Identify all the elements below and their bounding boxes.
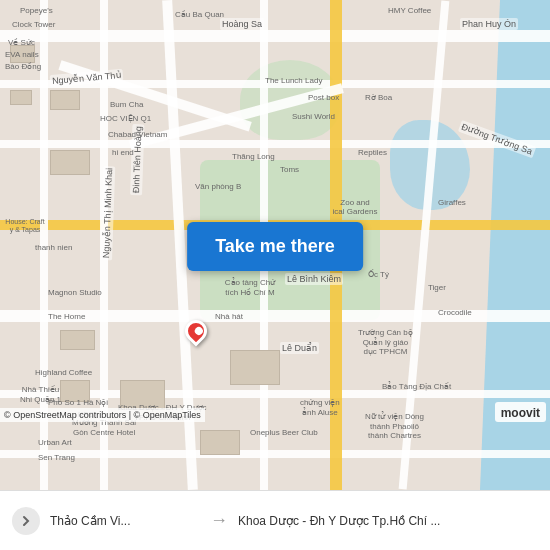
place-label-lunch-lady: The Lunch Lady (265, 76, 322, 85)
place-label-popeyes: Popeye's (20, 6, 53, 15)
place-label-hi-end: hi end (112, 148, 134, 157)
street-label-le-duan: Lê Duẩn (280, 342, 319, 354)
place-label-van-phong: Văn phòng B (195, 182, 241, 191)
place-label-hoc-vien: HOC VIỆN Q1 (100, 114, 151, 123)
moovit-logo: moovit (495, 402, 546, 422)
place-label-ro-boa: Rờ Boa (365, 93, 392, 102)
road-horizontal-7 (0, 450, 550, 458)
chevron-right-icon (19, 514, 33, 528)
take-me-there-button[interactable]: Take me there (187, 222, 363, 271)
place-label-sen-trang: Sen Trang (38, 453, 75, 462)
building-block (50, 90, 80, 110)
place-label-tiger: Tiger (428, 283, 446, 292)
place-label-ve-suc: Về Sức (8, 38, 35, 47)
place-label-zoo: Zoo andical Gardens (305, 198, 405, 216)
building-block (50, 150, 90, 175)
place-label-reptiles: Reptiles (358, 148, 387, 157)
pin-shape (180, 315, 211, 346)
place-label-bao-tang: Bảo Tàng Địa Chất (382, 382, 451, 391)
building-block (60, 330, 95, 350)
moovit-logo-text: moovit (501, 406, 540, 420)
place-label-urban-art: Urban Art (38, 438, 72, 447)
osm-credit: © OpenStreetMap contributors | © OpenMap… (0, 408, 205, 422)
place-label-bao-dong: Bào Đồng (5, 62, 41, 71)
building-block (230, 350, 280, 385)
place-label-oc-ty: Ốc Tý (368, 270, 389, 279)
origin-label: Thảo Cầm Vi... (50, 514, 200, 528)
pin-dot (193, 325, 204, 336)
destination-label: Khoa Dược - Đh Y Dược Tp.Hồ Chí ... (238, 514, 538, 528)
place-label-cau-ba-quan: Cầu Ba Quan (175, 10, 224, 19)
road-horizontal-3 (0, 140, 550, 148)
place-label-truong-can-bo: Trường Cán bộQuản lý giáodục TPHCM (358, 328, 413, 357)
place-label-thang-long: Thăng Long (232, 152, 275, 161)
place-label-house-craft: House: Crafty & Tapas (0, 218, 50, 235)
bottom-bar: Thảo Cầm Vi... → Khoa Dược - Đh Y Dược T… (0, 490, 550, 550)
street-label-phan-huy-on: Phan Huy Ón (460, 18, 518, 30)
place-label-the-home: The Home (48, 312, 85, 321)
road-horizontal-1 (0, 30, 550, 42)
place-label-postbox: Post box (308, 93, 339, 102)
place-label-highland: Highland Coffee (35, 368, 92, 377)
place-label-cao-tang: Cảo tàng Chứtích Hồ Chí M (205, 278, 295, 297)
place-label-magnon: Magnon Studio (48, 288, 102, 297)
location-pin (185, 320, 209, 352)
building-block (200, 430, 240, 455)
place-label-pho-so1: Pho So 1 Hà Nội (48, 398, 108, 407)
arrow-separator: → (210, 510, 228, 531)
place-label-eva-nails: EVA nails (5, 50, 39, 59)
place-label-giraffes: Giraffes (438, 198, 466, 207)
place-label-chung-vien: chứng việnảnh Aluse (300, 398, 340, 417)
street-label-hoang-sa: Hoàng Sa (220, 18, 264, 30)
place-label-hmy-coffee: HMY Coffee (388, 6, 431, 15)
place-label-toms: Toms (280, 165, 299, 174)
place-label-sushi-world: Sushi World (292, 112, 335, 121)
place-label-chabad: Chabad Vietnam (108, 130, 167, 139)
place-label-crocodile: Crocodile (438, 308, 472, 317)
back-arrow[interactable] (12, 507, 40, 535)
place-label-oneplus-beer: Oneplus Beer Club (250, 428, 318, 437)
place-label-nha-hat: Nhà hát (215, 312, 243, 321)
place-label-clock-tower: Clock Tower (12, 20, 55, 29)
map-container: Hoàng Sa Nguyễn Văn Thủ Đinh Tiên Hoàng … (0, 0, 550, 490)
place-label-nu-tu-vien: Nữ tử viện Dòngthánh Phaoilôthánh Chartr… (365, 412, 424, 441)
building-block (10, 90, 32, 105)
place-label-thanh-nien: thanh nien (35, 243, 72, 252)
place-label-bum-cha: Bum Cha (110, 100, 143, 109)
